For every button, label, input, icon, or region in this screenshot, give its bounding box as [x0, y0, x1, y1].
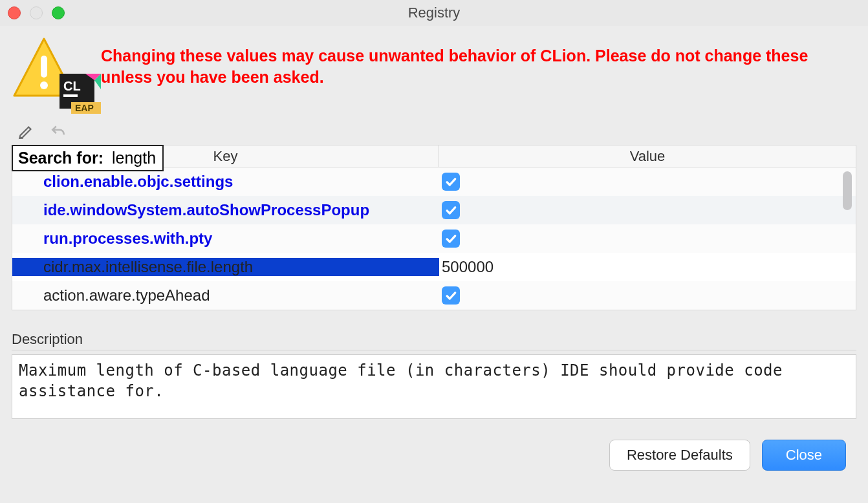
dialog-footer: Restore Defaults Close: [12, 440, 856, 471]
toolbar: [12, 123, 856, 145]
description-label: Description: [12, 331, 856, 350]
table-row[interactable]: cidr.max.intellisense.file.length500000: [12, 253, 856, 281]
revert-icon[interactable]: [49, 123, 67, 141]
search-for-overlay[interactable]: Search for: length: [12, 145, 164, 171]
registry-key: cidr.max.intellisense.file.length: [12, 258, 439, 276]
warning-text: Changing these values may cause unwanted…: [101, 36, 856, 87]
zoom-window-icon[interactable]: [52, 6, 65, 19]
window-title: Registry: [0, 5, 868, 21]
checkbox-icon[interactable]: [442, 173, 460, 191]
window-controls: [8, 6, 65, 19]
registry-key: ide.windowSystem.autoShowProcessPopup: [12, 201, 439, 219]
registry-value[interactable]: [439, 230, 856, 248]
table-body: clion.enable.objc.settingside.windowSyst…: [12, 167, 856, 310]
restore-defaults-button[interactable]: Restore Defaults: [609, 440, 750, 471]
description-text: Maximum length of C-based language file …: [12, 354, 856, 419]
clion-eap-badge: CL EAP: [60, 74, 101, 115]
titlebar: Registry: [0, 0, 868, 26]
value-text: 500000: [442, 258, 494, 276]
registry-value[interactable]: [439, 173, 856, 191]
search-label: Search for:: [18, 149, 103, 167]
table-row[interactable]: run.processes.with.pty: [12, 224, 856, 253]
svg-point-2: [40, 81, 48, 89]
column-header-value[interactable]: Value: [439, 145, 856, 167]
registry-value[interactable]: [439, 286, 856, 305]
warning-icon: CL EAP: [12, 36, 89, 114]
close-window-icon[interactable]: [8, 6, 21, 19]
checkbox-icon[interactable]: [442, 230, 460, 248]
registry-value[interactable]: 500000: [439, 258, 856, 276]
edit-icon[interactable]: [17, 123, 35, 141]
table-row[interactable]: ide.windowSystem.autoShowProcessPopup: [12, 196, 856, 224]
checkbox-icon[interactable]: [442, 286, 460, 305]
table-row[interactable]: action.aware.typeAhead: [12, 281, 856, 310]
warning-banner: CL EAP Changing these values may cause u…: [12, 36, 856, 114]
search-query: length: [112, 149, 156, 167]
svg-text:CL: CL: [63, 79, 81, 93]
registry-key: run.processes.with.pty: [12, 230, 439, 248]
registry-key: clion.enable.objc.settings: [12, 173, 439, 191]
checkbox-icon[interactable]: [442, 201, 460, 219]
table-row[interactable]: clion.enable.objc.settings: [12, 167, 856, 196]
registry-table: Search for: length Key Value clion.enabl…: [12, 145, 856, 310]
svg-rect-1: [41, 56, 47, 78]
svg-rect-7: [63, 94, 78, 97]
svg-text:EAP: EAP: [75, 103, 94, 113]
minimize-window-icon[interactable]: [30, 6, 43, 19]
registry-value[interactable]: [439, 201, 856, 219]
close-button[interactable]: Close: [762, 440, 846, 471]
registry-key: action.aware.typeAhead: [12, 286, 439, 305]
scrollbar-thumb[interactable]: [843, 171, 852, 210]
